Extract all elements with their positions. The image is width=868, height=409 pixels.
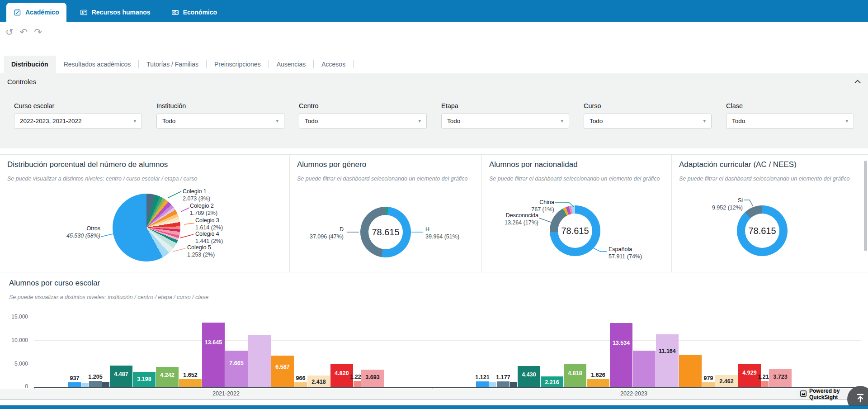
bar-2022-2023-5[interactable]: 2.216 [541, 376, 563, 387]
chevron-down-icon: ▾ [561, 118, 563, 124]
pie-callout-colegio1: Colegio 12.073 (3%) [183, 188, 210, 202]
sheet-tab-resultados-academicos[interactable]: Resultados académicos [56, 56, 139, 73]
dashboard: Académico Recursos humanos Económico ↺ ↶… [0, 0, 868, 409]
bar-2022-2023-4[interactable]: 4.430 [518, 366, 540, 387]
filter-label: Centro [299, 102, 427, 109]
filter-label: Clase [726, 102, 854, 109]
visual-title: Alumnos por género [297, 160, 366, 169]
controls-title: Controles [7, 78, 36, 86]
filter-dropdown[interactable]: Todo▾ [584, 114, 712, 128]
bar-2022-2023-6[interactable]: 4.818 [564, 364, 586, 387]
bar-value-label: 1.121 [475, 374, 489, 380]
reset-icon[interactable]: ↺ [5, 27, 14, 37]
bar-group-0: 9371.2054.4873.1984.2421.65213.6457.6656… [68, 323, 384, 387]
sheet-tab-distribucion[interactable]: Distribución [4, 56, 56, 73]
bar-2021-2022-3[interactable] [102, 382, 109, 387]
bar-2021-2022-11[interactable]: 6.587 [271, 356, 294, 387]
bar-value-label: 4.242 [160, 372, 174, 378]
id-card-icon [80, 9, 88, 16]
charts-row: Distribución porcentual del número de al… [0, 154, 868, 272]
tab-economico[interactable]: Económico [164, 3, 224, 22]
sheet-tab-preinscripciones[interactable]: Preinscripciones [207, 56, 269, 73]
history-toolbar: ↺ ↶ ↷ [5, 27, 42, 37]
bar-2021-2022-15[interactable]: 1.229 [354, 381, 361, 387]
bar-value-label: 3.198 [137, 376, 151, 382]
bar-value-label: 979 [704, 375, 713, 381]
filter-dropdown[interactable]: 2022-2023, 2021-2022▾ [14, 114, 142, 128]
bar-2022-2023-13[interactable]: 2.462 [715, 375, 738, 387]
visual-subtitle: Se puede visualizar a distintos niveles:… [9, 293, 860, 302]
chevron-down-icon: ▾ [133, 118, 136, 124]
bar-2021-2022-6[interactable]: 4.242 [156, 367, 179, 387]
chevron-up-icon[interactable] [854, 80, 861, 84]
tab-label: Recursos humanos [92, 9, 151, 16]
sheet-tab-bar: Distribución Resultados académicos Tutor… [4, 55, 354, 73]
pie-callout-colegio4: Colegio 41.441 (2%) [195, 231, 223, 245]
bar-2021-2022-4[interactable]: 4.487 [110, 366, 132, 387]
bar-2021-2022-13[interactable]: 2.418 [307, 376, 330, 387]
pie-chart-alumnos[interactable] [113, 194, 180, 262]
bar-2022-2023-3[interactable] [510, 382, 517, 387]
x-category-label: 2022-2023 [476, 390, 792, 397]
visual-alumnos-por-nacionalidad: Alumnos por nacionalidad Se puede filtra… [481, 155, 671, 272]
bar-2021-2022-2[interactable]: 1.205 [89, 381, 102, 387]
bar-2021-2022-12[interactable]: 966 [294, 382, 307, 387]
donut-center-total: 78.615 [745, 214, 779, 248]
bar-2021-2022-8[interactable]: 13.645 [202, 323, 225, 387]
tab-academico[interactable]: Académico [6, 3, 66, 22]
visual-subtitle: Se puede filtrar el dashboard selecciona… [297, 175, 473, 183]
bar-2021-2022-9[interactable]: 7.665 [225, 351, 248, 387]
visual-adaptacion-curricular: Adaptación curricular (AC / NEES) Se pue… [671, 155, 868, 272]
bar-2021-2022-7[interactable]: 1.652 [179, 379, 202, 387]
filter-dropdown[interactable]: Todo▾ [726, 114, 854, 128]
undo-icon[interactable]: ↶ [20, 27, 28, 37]
donut-callout-desconocida: Desconocida13.264 (17%) [493, 212, 538, 226]
bar-2022-2023-1[interactable] [489, 382, 496, 387]
filter-dropdown[interactable]: Todo▾ [299, 114, 427, 128]
bar-2021-2022-16[interactable]: 3.693 [361, 370, 384, 387]
tab-recursos-humanos[interactable]: Recursos humanos [73, 3, 158, 22]
bar-2022-2023-15[interactable]: 1.213 [761, 381, 769, 387]
bar-value-label: 1.652 [183, 372, 197, 378]
bar-2021-2022-10[interactable] [248, 335, 271, 387]
bar-value-label: 1.626 [591, 372, 605, 378]
top-nav: Académico Recursos humanos Económico [0, 0, 868, 22]
bar-2022-2023-0[interactable]: 1.121 [476, 381, 489, 387]
redo-icon[interactable]: ↷ [34, 27, 42, 37]
donut-callout-china: China767 (1%) [514, 199, 554, 213]
gridline [34, 317, 861, 317]
bar-value-label: 2.216 [545, 379, 559, 385]
tab-label: Académico [25, 9, 59, 16]
bar-2022-2023-11[interactable] [679, 355, 702, 387]
donut-center-total: 78.615 [368, 215, 403, 249]
y-tick-label: 15.000 [6, 314, 28, 320]
filter-value: Todo [590, 118, 603, 124]
pie-callout-colegio2: Colegio 21.789 (2%) [190, 203, 217, 217]
sheet-tab-tutorias-familias[interactable]: Tutorías / Familias [139, 56, 206, 73]
bar-value-label: 966 [296, 375, 306, 381]
filter-1: InstituciónTodo▾ [156, 102, 284, 128]
bar-2022-2023-10[interactable]: 11.164 [656, 334, 679, 387]
bar-value-label: 2.418 [311, 379, 326, 385]
pie-callout-otros: Otros 45.530 (58%) [42, 225, 100, 239]
visual-distribucion-porcentual: Distribución porcentual del número de al… [0, 155, 289, 272]
bar-2022-2023-7[interactable]: 1.626 [587, 379, 609, 387]
sheet-tab-ausencias[interactable]: Ausencias [269, 56, 314, 73]
visual-subtitle: Se puede visualizar a distintos niveles:… [7, 175, 281, 183]
sheet-tab-accesos[interactable]: Accesos [314, 56, 353, 73]
bar-2022-2023-8[interactable]: 13.534 [610, 323, 632, 387]
filter-dropdown[interactable]: Todo▾ [441, 114, 569, 128]
vertical-scrollbar-thumb[interactable] [864, 161, 867, 251]
bar-2022-2023-2[interactable]: 1.177 [497, 381, 509, 387]
visual-alumnos-por-genero: Alumnos por género Se puede filtrar el d… [289, 155, 481, 272]
bar-2021-2022-5[interactable]: 3.198 [133, 372, 156, 387]
bar-value-label: 4.929 [742, 370, 756, 376]
bar-2022-2023-16[interactable]: 3.723 [769, 369, 792, 387]
bar-2021-2022-0[interactable]: 937 [68, 382, 81, 387]
filter-label: Etapa [441, 102, 569, 109]
bar-2022-2023-9[interactable] [633, 351, 656, 387]
bar-2022-2023-12[interactable]: 979 [702, 382, 715, 387]
bar-group-1: 1.1211.1774.4302.2164.8181.62613.53411.1… [476, 323, 792, 387]
bar-2021-2022-1[interactable] [81, 383, 89, 387]
filter-dropdown[interactable]: Todo▾ [156, 114, 284, 128]
